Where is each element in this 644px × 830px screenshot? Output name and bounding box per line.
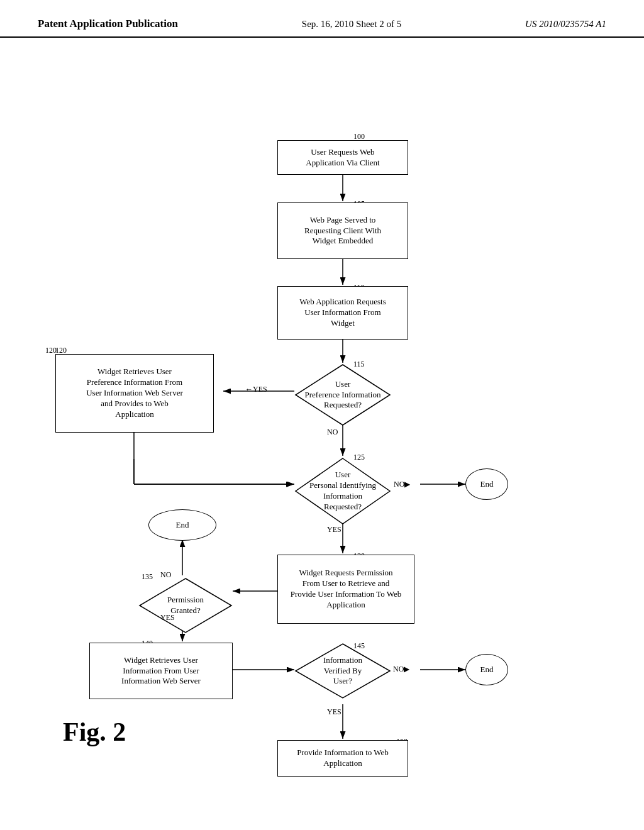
node-100-text: User Requests WebApplication Via Client <box>306 147 379 169</box>
end2-text: End <box>176 520 189 530</box>
node-105-text: Web Page Served toRequesting Client With… <box>304 215 381 247</box>
node-125-text: UserPersonal IdentifyingInformationReque… <box>309 470 376 512</box>
node-145: InformationVerified ByUser? <box>294 643 391 699</box>
no-label-145: NO▶ <box>393 665 409 674</box>
node-125: UserPersonal IdentifyingInformationReque… <box>294 457 391 525</box>
diagram-area: 100 User Requests WebApplication Via Cli… <box>0 50 644 780</box>
yes-label-115: ←YES <box>245 385 267 394</box>
end2: End <box>148 509 216 541</box>
node-110: Web Application RequestsUser Information… <box>277 286 408 340</box>
page-header: Patent Application Publication Sep. 16, … <box>0 0 644 38</box>
header-center: Sep. 16, 2010 Sheet 2 of 5 <box>302 19 401 30</box>
header-left: Patent Application Publication <box>38 18 178 30</box>
end3-text: End <box>480 665 494 675</box>
no-label-135: NO <box>160 570 171 580</box>
node-130-text: Widget Requests PermissionFrom User to R… <box>291 568 402 611</box>
node-110-text: Web Application RequestsUser Information… <box>299 297 386 329</box>
no-label-115: NO <box>327 428 338 437</box>
yes-label-125: YES <box>327 525 341 534</box>
end1-text: End <box>480 479 494 489</box>
node-135-text: PermissionGranted? <box>167 595 204 616</box>
node-140: Widget Retrieves UserInformation From Us… <box>89 643 233 699</box>
node-140-text: Widget Retrieves UserInformation From Us… <box>121 655 201 687</box>
node-105: Web Page Served toRequesting Client With… <box>277 202 408 259</box>
yes-label-145: YES <box>327 707 341 717</box>
node-130: Widget Requests PermissionFrom User to R… <box>277 555 414 624</box>
node-150: Provide Information to WebApplication <box>277 740 408 777</box>
fig-label: Fig. 2 <box>63 717 126 747</box>
node-100: User Requests WebApplication Via Client <box>277 140 408 175</box>
node-120-text: Widget Retrieves UserPreference Informat… <box>86 367 183 419</box>
node-120: Widget Retrieves UserPreference Informat… <box>55 354 214 433</box>
node-145-text: InformationVerified ByUser? <box>323 655 362 687</box>
node-115-text: UserPreference InformationRequested? <box>305 379 381 411</box>
no-label-125: NO▶ <box>394 480 410 489</box>
header-right: US 2010/0235754 A1 <box>525 19 606 30</box>
node-115: UserPreference InformationRequested? <box>294 363 391 426</box>
node-150-text: Provide Information to WebApplication <box>297 748 389 769</box>
node-135: PermissionGranted? <box>138 577 233 634</box>
end3: End <box>465 654 508 685</box>
node-120-num: 120 <box>45 346 57 355</box>
end1: End <box>465 468 508 500</box>
